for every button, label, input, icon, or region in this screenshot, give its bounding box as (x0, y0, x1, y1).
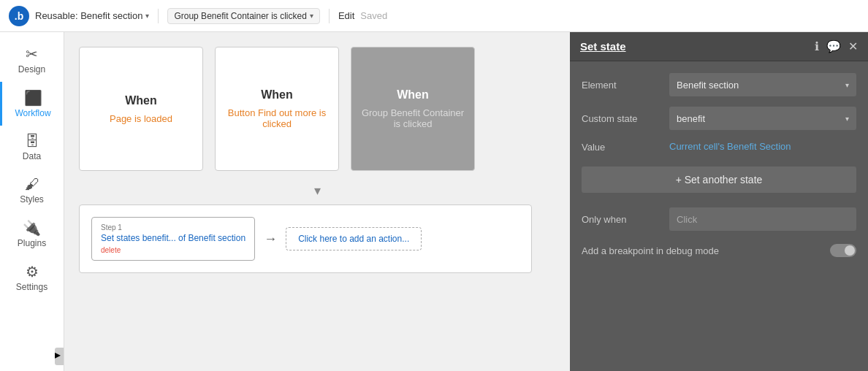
custom-state-value: benefit (677, 113, 705, 124)
when-card-find-out-more[interactable]: When Button Find out more is clicked (215, 47, 339, 171)
panel-title: Set state (580, 40, 815, 53)
when-desc-1: Button Find out more is clicked (223, 107, 331, 129)
saved-label: Saved (360, 10, 387, 21)
element-label: Element (582, 80, 669, 91)
sidebar-item-styles[interactable]: 🖌 Styles (0, 169, 64, 212)
breakpoint-row: Add a breakpoint in debug mode (582, 244, 856, 257)
value-label: Value (582, 140, 669, 153)
breakpoint-toggle[interactable] (830, 244, 856, 257)
when-cards-row: When Page is loaded When Button Find out… (79, 47, 555, 171)
element-dropdown-value: Benefit section (677, 80, 739, 91)
logo-icon[interactable]: .b (9, 6, 29, 26)
sidebar-label-plugins: Plugins (18, 238, 46, 248)
when-label-2: When (397, 88, 429, 102)
panel-header-icons: ℹ 💬 ✕ (815, 39, 858, 53)
edit-button[interactable]: Edit (338, 10, 354, 21)
custom-state-label: Custom state (582, 113, 669, 124)
close-icon[interactable]: ✕ (848, 39, 858, 53)
panel-body: Element Benefit section ▾ Custom state b… (570, 61, 868, 371)
step-arrow-icon: → (264, 232, 277, 247)
when-desc-2: Group Benefit Container is clicked (359, 107, 467, 129)
settings-icon: ⚙ (26, 263, 39, 280)
sidebar-label-styles: Styles (20, 194, 44, 204)
plugins-icon: 🔌 (23, 219, 41, 237)
value-text[interactable]: Current cell's Benefit Section (669, 140, 856, 153)
sidebar-item-design[interactable]: ✂ Design (0, 38, 64, 82)
panel-header: Set state ℹ 💬 ✕ (570, 32, 868, 61)
sidebar: ✂ Design ⬛ Workflow 🗄 Data 🖌 Styles 🔌 Pl… (0, 32, 64, 371)
step-delete-button[interactable]: delete (101, 246, 245, 254)
element-dropdown-arrow: ▾ (845, 81, 849, 89)
workflow-icon: ⬛ (24, 89, 42, 107)
sidebar-item-plugins[interactable]: 🔌 Plugins (0, 212, 64, 256)
value-row: Value Current cell's Benefit Section (582, 140, 856, 153)
step-add-action[interactable]: Click here to add an action... (286, 227, 422, 250)
custom-state-dropdown[interactable]: benefit ▾ (669, 107, 856, 130)
sidebar-item-settings[interactable]: ⚙ Settings (0, 256, 64, 299)
sidebar-label-design: Design (18, 64, 45, 74)
design-icon: ✂ (26, 45, 38, 63)
step-action: Set states benefit... of Benefit section (101, 233, 245, 243)
sidebar-label-data: Data (23, 151, 41, 161)
workflow-canvas: When Page is loaded When Button Find out… (64, 32, 570, 371)
topbar-separator (158, 9, 159, 23)
element-dropdown[interactable]: Benefit section ▾ (669, 73, 856, 96)
info-icon[interactable]: ℹ (815, 39, 819, 53)
click-placeholder[interactable]: Click (669, 207, 856, 231)
data-icon: 🗄 (25, 133, 39, 150)
topbar: .b Reusable: Benefit section ▾ Group Ben… (0, 0, 868, 32)
step-label: Step 1 (101, 223, 245, 232)
toggle-thumb (845, 245, 855, 256)
sidebar-item-data[interactable]: 🗄 Data (0, 126, 64, 169)
element-row: Element Benefit section ▾ (582, 73, 856, 96)
sidebar-item-workflow[interactable]: ⬛ Workflow (0, 82, 64, 126)
when-card-group-benefit[interactable]: When Group Benefit Container is clicked (351, 47, 475, 171)
sidebar-label-workflow: Workflow (15, 108, 50, 118)
reusable-title: Reusable: Benefit section ▾ (35, 10, 149, 21)
step-area: Step 1 Set states benefit... of Benefit … (79, 204, 532, 273)
when-label-1: When (261, 88, 293, 102)
trigger-pill[interactable]: Group Benefit Container is clicked ▾ (167, 8, 319, 24)
sidebar-collapse-handle[interactable]: ▸ (55, 348, 64, 365)
breakpoint-label: Add a breakpoint in debug mode (582, 245, 830, 256)
set-state-panel: Set state ℹ 💬 ✕ Element Benefit section … (570, 32, 868, 371)
when-card-page-loaded[interactable]: When Page is loaded (79, 47, 203, 171)
custom-state-row: Custom state benefit ▾ (582, 107, 856, 130)
only-when-row: Only when Click (582, 207, 856, 231)
when-label-0: When (125, 94, 157, 107)
reusable-dropdown-arrow[interactable]: ▾ (145, 12, 149, 20)
main-canvas: When Page is loaded When Button Find out… (64, 32, 868, 371)
topbar-separator-2 (329, 9, 330, 23)
comment-icon[interactable]: 💬 (826, 39, 841, 53)
trigger-dropdown-arrow: ▾ (310, 12, 313, 20)
step-box[interactable]: Step 1 Set states benefit... of Benefit … (91, 217, 255, 261)
sidebar-label-settings: Settings (16, 282, 47, 292)
styles-icon: 🖌 (25, 176, 39, 193)
when-desc-0: Page is loaded (110, 113, 172, 124)
set-another-state-button[interactable]: + Set another state (582, 167, 856, 193)
custom-state-dropdown-arrow: ▾ (845, 115, 849, 123)
only-when-label: Only when (582, 214, 669, 225)
